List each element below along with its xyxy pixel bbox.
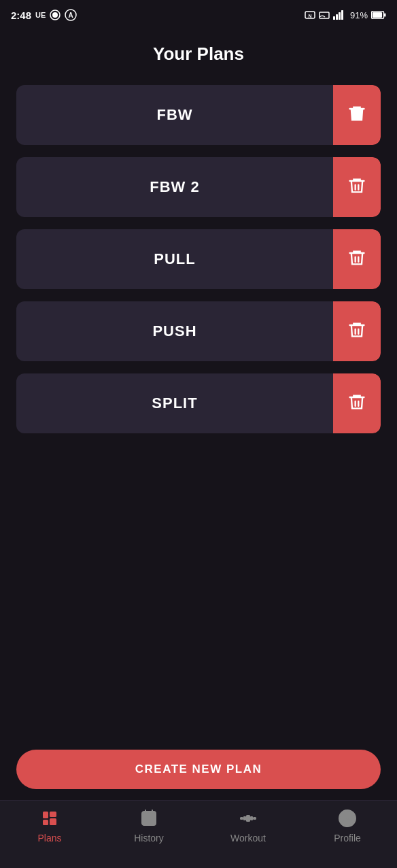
- trash-icon-pull: [347, 248, 366, 270]
- plan-delete-fbw2[interactable]: [333, 157, 381, 217]
- svg-text:N: N: [308, 14, 311, 18]
- battery-icon: [371, 11, 386, 19]
- ue-badge: UE: [35, 11, 46, 19]
- plans-list: FBW FBW 2 PULL: [16, 85, 381, 786]
- bottom-nav: Plans History: [0, 800, 397, 868]
- plan-item-split[interactable]: SPLIT: [16, 373, 381, 433]
- plan-label-fbw2: FBW 2: [16, 157, 333, 217]
- main-content: Your Plans FBW FBW 2: [0, 30, 397, 800]
- battery-percent: 91%: [350, 10, 368, 20]
- svg-rect-8: [336, 14, 338, 20]
- svg-rect-7: [333, 16, 335, 20]
- status-right: N 91%: [305, 10, 386, 20]
- svg-rect-24: [149, 818, 152, 820]
- svg-rect-6: [320, 12, 329, 18]
- workout-icon: [237, 807, 259, 829]
- svg-rect-14: [43, 812, 48, 818]
- nav-label-plans: Plans: [37, 833, 61, 844]
- svg-rect-9: [339, 12, 341, 20]
- nav-label-workout: Workout: [230, 833, 266, 844]
- nav-item-workout[interactable]: Workout: [198, 807, 298, 844]
- create-btn-container: CREATE NEW PLAN: [0, 739, 397, 800]
- plan-delete-split[interactable]: [333, 373, 381, 433]
- plan-label-pull: PULL: [16, 229, 333, 289]
- history-icon: [138, 807, 160, 829]
- plan-delete-push[interactable]: [333, 301, 381, 361]
- svg-rect-25: [149, 822, 152, 824]
- plan-delete-pull[interactable]: [333, 229, 381, 289]
- plans-icon: [39, 807, 61, 829]
- profile-icon: [336, 807, 358, 829]
- status-left: 2:48 UE A: [11, 9, 77, 21]
- svg-rect-27: [243, 816, 246, 820]
- nav-item-profile[interactable]: Profile: [298, 807, 397, 844]
- svg-point-32: [345, 814, 350, 819]
- svg-rect-16: [50, 812, 56, 817]
- plan-label-fbw: FBW: [16, 85, 333, 145]
- svg-point-1: [52, 12, 58, 18]
- svg-rect-17: [50, 818, 56, 825]
- svg-rect-10: [341, 10, 343, 20]
- nav-item-history[interactable]: History: [99, 807, 198, 844]
- create-new-plan-button[interactable]: CREATE NEW PLAN: [16, 750, 381, 789]
- time-display: 2:48: [11, 10, 31, 21]
- cast-icon: [319, 10, 330, 20]
- plan-delete-fbw[interactable]: [333, 85, 381, 145]
- trash-icon-split: [347, 393, 366, 414]
- plan-item-fbw2[interactable]: FBW 2: [16, 157, 381, 217]
- trash-icon-fbw2: [347, 176, 366, 198]
- nav-item-plans[interactable]: Plans: [0, 807, 99, 844]
- svg-rect-26: [246, 815, 250, 822]
- page-title: Your Plans: [16, 44, 381, 65]
- nav-label-profile: Profile: [334, 833, 361, 844]
- svg-rect-30: [253, 817, 256, 820]
- plan-item-push[interactable]: PUSH: [16, 301, 381, 361]
- signal-icon: [333, 10, 347, 20]
- svg-rect-22: [145, 818, 148, 820]
- status-bar: 2:48 UE A N 91%: [0, 0, 397, 30]
- plan-label-split: SPLIT: [16, 373, 333, 433]
- trash-icon-fbw: [347, 104, 366, 126]
- record-icon: [50, 10, 61, 20]
- svg-rect-29: [240, 817, 243, 820]
- svg-rect-15: [43, 820, 48, 825]
- nfc-icon: N: [305, 10, 315, 20]
- svg-text:A: A: [69, 12, 73, 19]
- plan-item-fbw[interactable]: FBW: [16, 85, 381, 145]
- app-logo-icon: A: [65, 9, 77, 21]
- svg-rect-28: [250, 816, 253, 820]
- svg-rect-23: [145, 822, 148, 824]
- plan-item-pull[interactable]: PULL: [16, 229, 381, 289]
- plan-label-push: PUSH: [16, 301, 333, 361]
- svg-rect-13: [384, 14, 386, 17]
- trash-icon-push: [347, 320, 366, 342]
- svg-rect-12: [373, 12, 382, 18]
- nav-label-history: History: [134, 833, 164, 844]
